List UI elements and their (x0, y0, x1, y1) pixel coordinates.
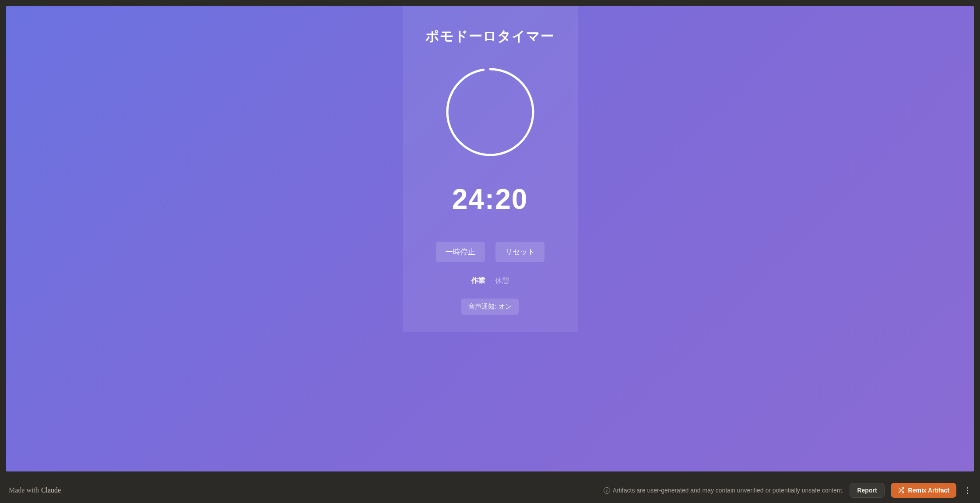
made-with-claude[interactable]: Made with Claude (9, 486, 61, 494)
artifact-viewport[interactable]: ポモドーロタイマー 24:20 一時停止 リセット 作業 休憩 音声通知: オン (6, 6, 974, 471)
more-menu-button[interactable] (962, 485, 972, 496)
time-display: 24:20 (452, 183, 528, 215)
report-button[interactable]: Report (850, 483, 884, 498)
progress-ring (445, 67, 536, 158)
pomodoro-card: ポモドーロタイマー 24:20 一時停止 リセット 作業 休憩 音声通知: オン (403, 6, 578, 332)
app-title: ポモドーロタイマー (425, 27, 555, 46)
pause-button[interactable]: 一時停止 (436, 242, 485, 262)
warning-text: Artifacts are user-generated and may con… (613, 487, 844, 494)
mode-row: 作業 休憩 (471, 276, 509, 285)
mode-break[interactable]: 休憩 (495, 276, 509, 285)
reset-button[interactable]: リセット (495, 242, 544, 262)
control-button-row: 一時停止 リセット (436, 242, 544, 262)
remix-label: Remix Artifact (908, 487, 949, 494)
remix-button[interactable]: Remix Artifact (891, 483, 956, 498)
svg-line-3 (899, 488, 900, 489)
warning-row: i Artifacts are user-generated and may c… (604, 487, 844, 494)
sound-toggle-button[interactable]: 音声通知: オン (461, 299, 518, 315)
progress-arc (447, 69, 533, 155)
footer-bar: Made with Claude i Artifacts are user-ge… (0, 478, 980, 503)
info-icon: i (604, 487, 610, 494)
shuffle-icon (898, 487, 905, 494)
made-with-prefix: Made with (9, 486, 39, 494)
made-with-brand: Claude (41, 486, 61, 494)
outer-frame: ポモドーロタイマー 24:20 一時停止 リセット 作業 休憩 音声通知: オン (0, 0, 980, 478)
mode-work[interactable]: 作業 (471, 276, 485, 285)
